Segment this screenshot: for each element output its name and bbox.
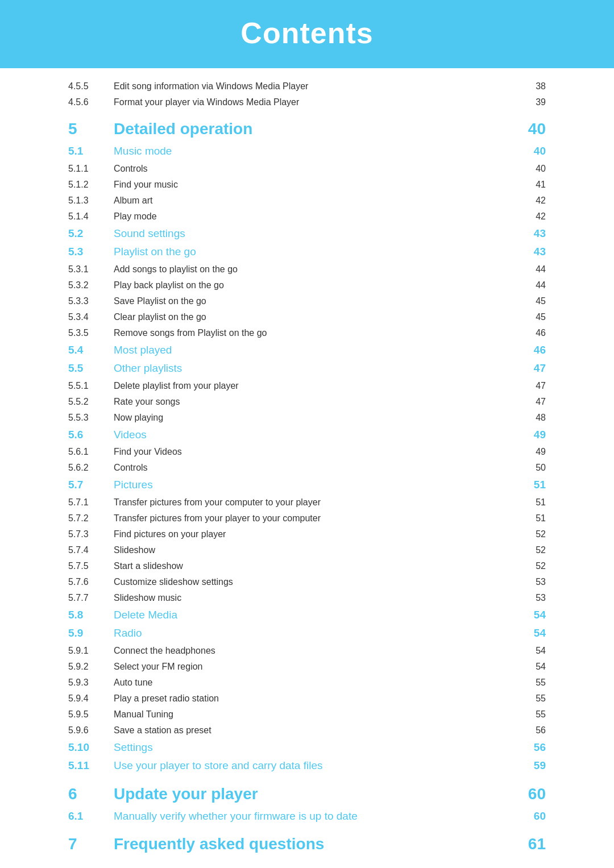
- toc-title: Sound settings: [114, 225, 517, 243]
- toc-page: 49: [517, 444, 546, 460]
- toc-num: 5.5.2: [68, 394, 114, 410]
- toc-page: 40: [517, 142, 546, 161]
- toc-page: 51: [517, 476, 546, 495]
- toc-row: 5.11Use your player to store and carry d…: [68, 757, 546, 775]
- toc-row: 5.7.2Transfer pictures from your player …: [68, 510, 546, 526]
- toc-num: 5.3.4: [68, 309, 114, 325]
- toc-page: 60: [517, 781, 546, 807]
- toc-num: 5.7.4: [68, 542, 114, 558]
- toc-num: 5.8: [68, 606, 114, 625]
- toc-row: 5.6.1Find your Videos49: [68, 444, 546, 460]
- toc-page: 40: [517, 116, 546, 142]
- toc-title: Videos: [114, 426, 517, 445]
- toc-row: 5.3.1Add songs to playlist on the go44: [68, 261, 546, 277]
- toc-title: Customize slideshow settings: [114, 574, 517, 590]
- toc-num: 5.5.1: [68, 378, 114, 394]
- toc-num: 4.5.5: [68, 78, 114, 94]
- toc-row: 4.5.6Format your player via Windows Medi…: [68, 94, 546, 110]
- toc-page: 52: [517, 558, 546, 574]
- toc-row: 5.7Pictures51: [68, 476, 546, 495]
- toc-num: 5.9.2: [68, 659, 114, 675]
- toc-row: 5.3.2Play back playlist on the go44: [68, 277, 546, 293]
- toc-title: Play a preset radio station: [114, 691, 517, 707]
- toc-num: 5.5: [68, 359, 114, 378]
- toc-num: 5.4: [68, 341, 114, 360]
- toc-row: 5.5.2Rate your songs47: [68, 394, 546, 410]
- toc-title: Start a slideshow: [114, 558, 517, 574]
- toc-title: Playlist on the go: [114, 243, 517, 261]
- toc-page: 64: [517, 863, 546, 868]
- toc-title: Delete Media: [114, 606, 517, 625]
- toc-title: Save a station as preset: [114, 722, 517, 738]
- toc-title: Most played: [114, 341, 517, 360]
- toc-page: 41: [517, 177, 546, 193]
- toc-row: 5.7.4Slideshow52: [68, 542, 546, 558]
- toc-page: 51: [517, 510, 546, 526]
- toc-page: 47: [517, 359, 546, 378]
- toc-num: 5.9.4: [68, 691, 114, 707]
- toc-page: 45: [517, 309, 546, 325]
- toc-title: Connect the headphones: [114, 643, 517, 659]
- toc-title: Delete playlist from your player: [114, 378, 517, 394]
- toc-num: 4.5.6: [68, 94, 114, 110]
- toc-num: 5.3.5: [68, 325, 114, 341]
- toc-row: 6.1Manually verify whether your firmware…: [68, 807, 546, 826]
- toc-num: 5.7.3: [68, 526, 114, 542]
- toc-page: 53: [517, 590, 546, 606]
- toc-page: 44: [517, 277, 546, 293]
- toc-title: Manually verify whether your firmware is…: [114, 807, 517, 826]
- toc-page: 54: [517, 643, 546, 659]
- toc-num: 5: [68, 116, 114, 142]
- toc-title: Find pictures on your player: [114, 526, 517, 542]
- toc-row: 5.8Delete Media54: [68, 606, 546, 625]
- toc-row: 5.1.4Play mode42: [68, 209, 546, 225]
- toc-table: 4.5.5Edit song information via Windows M…: [68, 78, 546, 868]
- toc-page: 54: [517, 624, 546, 643]
- toc-num: 5.7.2: [68, 510, 114, 526]
- toc-row: 5.3.3Save Playlist on the go45: [68, 293, 546, 309]
- toc-row: 5.5.3Now playing48: [68, 410, 546, 426]
- toc-title: Find your music: [114, 177, 517, 193]
- toc-title: Clear playlist on the go: [114, 309, 517, 325]
- toc-page: 52: [517, 542, 546, 558]
- toc-title: Save Playlist on the go: [114, 293, 517, 309]
- toc-row: 5.7.3Find pictures on your player52: [68, 526, 546, 542]
- toc-title: Album art: [114, 193, 517, 209]
- toc-num: 5.3.2: [68, 277, 114, 293]
- toc-page: 60: [517, 807, 546, 826]
- toc-title: Frequently asked questions: [114, 831, 517, 857]
- toc-page: 53: [517, 574, 546, 590]
- toc-row: 5.6.2Controls50: [68, 460, 546, 476]
- toc-page: 56: [517, 738, 546, 757]
- toc-title: Rate your songs: [114, 394, 517, 410]
- toc-title: Detailed operation: [114, 116, 517, 142]
- toc-page: 55: [517, 707, 546, 722]
- toc-num: 5.1: [68, 142, 114, 161]
- toc-num: 5.9.6: [68, 722, 114, 738]
- toc-num: 5.3.1: [68, 261, 114, 277]
- toc-row: 5.7.1Transfer pictures from your compute…: [68, 495, 546, 510]
- toc-page: 43: [517, 243, 546, 261]
- toc-num: 7: [68, 831, 114, 857]
- toc-page: 46: [517, 341, 546, 360]
- toc-row: 5.9.4Play a preset radio station55: [68, 691, 546, 707]
- toc-num: 5.1.4: [68, 209, 114, 225]
- toc-num: 5.9.3: [68, 675, 114, 691]
- toc-num: 5.7.1: [68, 495, 114, 510]
- toc-page: 49: [517, 426, 546, 445]
- toc-row: 5.1.3Album art42: [68, 193, 546, 209]
- toc-num: 5.6.1: [68, 444, 114, 460]
- toc-title: Edit song information via Windows Media …: [114, 78, 517, 94]
- toc-title: Transfer pictures from your player to yo…: [114, 510, 517, 526]
- toc-row: 8Technical data64: [68, 863, 546, 868]
- toc-row: 5.9.3Auto tune55: [68, 675, 546, 691]
- toc-row: 5.9Radio54: [68, 624, 546, 643]
- toc-row: 6Update your player60: [68, 781, 546, 807]
- toc-title: Technical data: [114, 863, 517, 868]
- toc-num: 5.2: [68, 225, 114, 243]
- toc-title: Use your player to store and carry data …: [114, 757, 517, 775]
- toc-num: 5.7: [68, 476, 114, 495]
- toc-page: 52: [517, 526, 546, 542]
- toc-num: 5.3: [68, 243, 114, 261]
- toc-page: 59: [517, 757, 546, 775]
